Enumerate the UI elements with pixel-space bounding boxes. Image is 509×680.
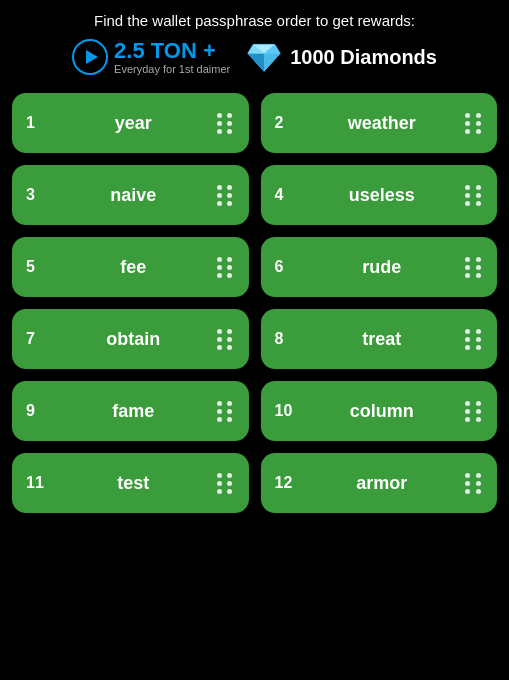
word-card-2[interactable]: 2weather (261, 93, 498, 153)
card-word-6: rude (299, 257, 466, 278)
card-word-9: fame (50, 401, 217, 422)
word-card-9[interactable]: 9fame (12, 381, 249, 441)
ton-text: 2.5 TON + Everyday for 1st daimer (114, 39, 230, 75)
word-card-6[interactable]: 6rude (261, 237, 498, 297)
card-word-11: test (50, 473, 217, 494)
card-number-7: 7 (26, 330, 50, 348)
card-word-4: useless (299, 185, 466, 206)
word-card-3[interactable]: 3naive (12, 165, 249, 225)
card-number-9: 9 (26, 402, 50, 420)
card-word-3: naive (50, 185, 217, 206)
card-number-6: 6 (275, 258, 299, 276)
word-card-5[interactable]: 5fee (12, 237, 249, 297)
ton-sub: Everyday for 1st daimer (114, 63, 230, 75)
drag-handle-1 (217, 113, 235, 134)
ton-amount: 2.5 TON + (114, 39, 230, 63)
card-word-2: weather (299, 113, 466, 134)
card-number-4: 4 (275, 186, 299, 204)
rewards-row: 2.5 TON + Everyday for 1st daimer 1000 D… (72, 39, 437, 75)
drag-handle-7 (217, 329, 235, 350)
card-word-10: column (299, 401, 466, 422)
header-title: Find the wallet passphrase order to get … (94, 12, 415, 29)
page-header: Find the wallet passphrase order to get … (94, 12, 415, 29)
card-number-1: 1 (26, 114, 50, 132)
word-card-10[interactable]: 10column (261, 381, 498, 441)
card-number-5: 5 (26, 258, 50, 276)
drag-handle-2 (465, 113, 483, 134)
card-word-1: year (50, 113, 217, 134)
drag-handle-4 (465, 185, 483, 206)
drag-handle-6 (465, 257, 483, 278)
ton-badge: 2.5 TON + Everyday for 1st daimer (72, 39, 230, 75)
diamond-badge: 1000 Diamonds (246, 39, 437, 75)
drag-handle-3 (217, 185, 235, 206)
card-number-2: 2 (275, 114, 299, 132)
word-card-12[interactable]: 12armor (261, 453, 498, 513)
drag-handle-5 (217, 257, 235, 278)
word-card-4[interactable]: 4useless (261, 165, 498, 225)
drag-handle-12 (465, 473, 483, 494)
drag-handle-9 (217, 401, 235, 422)
word-grid: 1year2weather3naive4useless5fee6rude7obt… (12, 93, 497, 513)
word-card-7[interactable]: 7obtain (12, 309, 249, 369)
word-card-11[interactable]: 11test (12, 453, 249, 513)
play-icon (72, 39, 108, 75)
diamond-icon (246, 39, 282, 75)
card-number-3: 3 (26, 186, 50, 204)
word-card-1[interactable]: 1year (12, 93, 249, 153)
card-word-8: treat (299, 329, 466, 350)
card-word-7: obtain (50, 329, 217, 350)
diamonds-text: 1000 Diamonds (290, 46, 437, 69)
card-number-8: 8 (275, 330, 299, 348)
drag-handle-11 (217, 473, 235, 494)
drag-handle-8 (465, 329, 483, 350)
word-card-8[interactable]: 8treat (261, 309, 498, 369)
card-number-11: 11 (26, 474, 50, 492)
card-word-12: armor (299, 473, 466, 494)
drag-handle-10 (465, 401, 483, 422)
card-number-12: 12 (275, 474, 299, 492)
card-word-5: fee (50, 257, 217, 278)
card-number-10: 10 (275, 402, 299, 420)
